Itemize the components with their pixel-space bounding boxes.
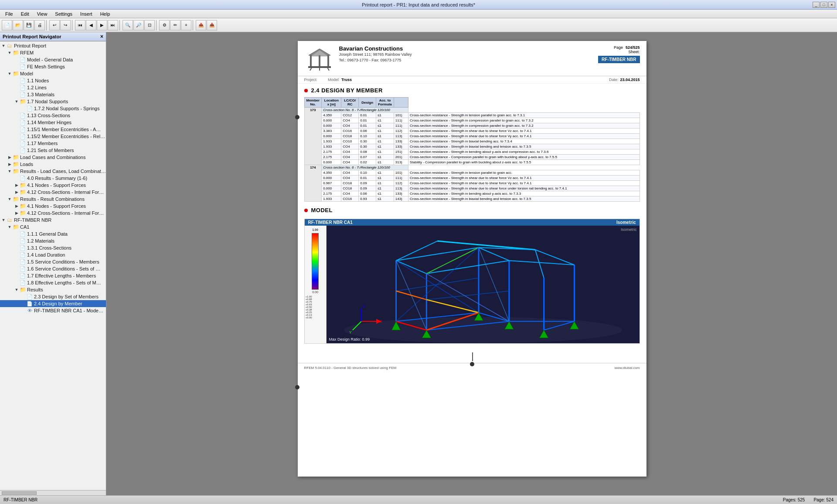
tree-toggle[interactable]: ▼ <box>14 287 19 292</box>
tree-item-ecc-abs[interactable]: 📄 1.15/1 Member Eccentricities - Absolu.… <box>0 126 106 133</box>
tree-toggle[interactable]: ▼ <box>7 196 12 202</box>
tree-item-ca1-results[interactable]: ▼ 📁 Results <box>0 286 106 293</box>
tree-item-results-nodes-lc[interactable]: ▶ 📁 4.1 Nodes - Support Forces <box>0 182 106 189</box>
tree-item-fe-mesh[interactable]: 📄 FE Mesh Settings <box>0 63 106 70</box>
toolbar-edit[interactable]: ✏ <box>170 20 180 30</box>
tree-item-rf-model-view[interactable]: 👁 RF-TIMBER NBR CA1 - Model, Isome... <box>0 307 106 314</box>
tree-toggle[interactable]: ▶ <box>14 183 19 188</box>
menu-settings[interactable]: Settings <box>51 10 76 17</box>
tree-item-results-summary[interactable]: 📄 4.0 Results - Summary (1-6) <box>0 175 106 182</box>
tree-item-results-lc[interactable]: ▼ 📁 Results - Load Cases, Load Combinati… <box>0 168 106 175</box>
tree-item-rc-nodes[interactable]: ▶ 📁 4.1 Nodes - Support Forces <box>0 203 106 210</box>
tree-label: Results - Load Cases, Load Combinations <box>20 169 106 174</box>
status-page: Page: 524 <box>813 497 834 502</box>
tree-container[interactable]: ▼ 🗂 Printout Report ▼ 📁 RFEM 📄 Model - G… <box>0 41 106 490</box>
tree-toggle[interactable]: ▶ <box>14 189 19 195</box>
tree-label-selected: 2.4 Design by Member <box>34 301 82 306</box>
tree-label: 1.2 Materials <box>27 238 54 244</box>
tree-item-ecc-rel[interactable]: 📄 1.15/2 Member Eccentricities - Relativ… <box>0 133 106 140</box>
toolbar-zoom-in[interactable]: 🔍 <box>122 20 133 30</box>
tree-item-cross-sections[interactable]: 📄 1.13 Cross-Sections <box>0 112 106 119</box>
toolbar-print[interactable]: 🖨 <box>34 20 45 30</box>
tree-item-member-hinges[interactable]: 📄 1.14 Member Hinges <box>0 119 106 126</box>
toolbar-undo[interactable]: ↩ <box>49 20 60 30</box>
tree-item-ca1-service-sets[interactable]: 📄 1.6 Service Conditions - Sets of Membe… <box>0 265 106 272</box>
tree-toggle[interactable]: ▼ <box>1 217 6 223</box>
tree-item-rfem[interactable]: ▼ 📁 RFEM <box>0 49 106 56</box>
menu-help[interactable]: Help <box>97 10 114 17</box>
tree-item-model-general[interactable]: 📄 Model - General Data <box>0 56 106 63</box>
tree-item-materials[interactable]: 📄 1.3 Materials <box>0 91 106 98</box>
toolbar-settings[interactable]: ⚙ <box>159 20 170 30</box>
tree-toggle[interactable]: ▶ <box>7 162 12 167</box>
table-row: 4.350 CO4 0.10 ≤1 101) Cross-section res… <box>304 170 640 176</box>
toolbar-fit[interactable]: ⊡ <box>144 20 155 30</box>
window-controls[interactable]: _ □ × <box>813 2 835 8</box>
toolbar-import[interactable]: 📥 <box>207 20 217 30</box>
tree-toggle[interactable]: ▼ <box>7 224 12 230</box>
toolbar-redo[interactable]: ↪ <box>60 20 71 30</box>
content-area[interactable]: Bavarian Constructions Joseph Street 111… <box>107 32 837 495</box>
navigator-title: Printout Report Navigator <box>3 34 61 39</box>
tree-item-design-member[interactable]: 📄 2.4 Design by Member <box>0 300 106 307</box>
minimize-button[interactable]: _ <box>813 2 820 8</box>
tree-toggle[interactable]: ▼ <box>1 43 6 48</box>
navigator-close-button[interactable]: × <box>100 34 103 40</box>
tree-item-nodal-supports[interactable]: ▼ 📁 1.7 Nodal Supports <box>0 98 106 105</box>
tree-toggle[interactable]: ▶ <box>14 210 19 216</box>
tree-label: 1.8 Effective Lengths - Sets of Members.… <box>27 280 101 285</box>
menu-insert[interactable]: Insert <box>77 10 96 17</box>
tree-item-ca1[interactable]: ▼ 📁 CA1 <box>0 223 106 230</box>
tree-item-results-comb[interactable]: ▼ 📁 Results - Result Combinations <box>0 196 106 203</box>
tree-item-sets-members[interactable]: 📄 1.21 Sets of Members <box>0 147 106 154</box>
toolbar-last[interactable]: ⏭ <box>108 20 118 30</box>
svg-text:X: X <box>379 319 382 324</box>
tree-item-rf-timber[interactable]: ▼ 🗂 RF-TIMBER NBR <box>0 216 106 223</box>
tree-item-ca1-service-members[interactable]: 📄 1.5 Service Conditions - Members <box>0 258 106 265</box>
toolbar-first[interactable]: ⏮ <box>75 20 85 30</box>
toolbar-prev[interactable]: ◀ <box>86 20 96 30</box>
tree-item-loads[interactable]: ▶ 📁 Loads <box>0 161 106 168</box>
tree-toggle[interactable]: ▼ <box>7 71 12 76</box>
tree-toggle[interactable]: ▼ <box>7 50 12 55</box>
tree-toggle[interactable]: ▶ <box>14 203 19 209</box>
toolbar-next[interactable]: ▶ <box>97 20 107 30</box>
tree-item-ca1-effective-sets[interactable]: 📄 1.8 Effective Lengths - Sets of Member… <box>0 279 106 286</box>
tree-item-ca1-materials[interactable]: 📄 1.2 Materials <box>0 237 106 244</box>
tree-item-rc-cross[interactable]: ▶ 📁 4.12 Cross-Sections - Internal Force… <box>0 210 106 216</box>
menu-view[interactable]: View <box>34 10 51 17</box>
tree-spacer <box>14 120 19 125</box>
tree-item-nodal-springs[interactable]: 📄 1.7.2 Nodal Supports - Springs <box>0 105 106 112</box>
menu-edit[interactable]: Edit <box>17 10 33 17</box>
company-name: Bavarian Constructions <box>339 45 469 52</box>
tree-item-members[interactable]: 📄 1.17 Members <box>0 140 106 147</box>
tree-toggle[interactable]: ▶ <box>7 155 12 160</box>
toolbar-add[interactable]: + <box>181 20 191 30</box>
toolbar-save[interactable]: 💾 <box>24 20 34 30</box>
close-button[interactable]: × <box>828 2 835 8</box>
toolbar-new[interactable]: 📄 <box>2 20 12 30</box>
tree-item-ca1-cross[interactable]: 📄 1.3.1 Cross-Sections <box>0 244 106 251</box>
tree-item-model[interactable]: ▼ 📁 Model <box>0 70 106 77</box>
tree-item-lines[interactable]: 📄 1.2 Lines <box>0 84 106 91</box>
tree-item-printout-report[interactable]: ▼ 🗂 Printout Report <box>0 42 106 49</box>
tree-label: 4.0 Results - Summary (1-6) <box>27 176 87 181</box>
menu-file[interactable]: File <box>2 10 17 17</box>
tree-label: 1.4 Load Duration <box>27 252 65 257</box>
toolbar-export[interactable]: 📤 <box>196 20 206 30</box>
tree-toggle[interactable]: ▼ <box>7 169 12 174</box>
tree-item-ca1-load-duration[interactable]: 📄 1.4 Load Duration <box>0 251 106 258</box>
tree-item-load-cases[interactable]: ▶ 📁 Load Cases and Combinations <box>0 154 106 161</box>
tree-item-ca1-general[interactable]: 📄 1.1.1 General Data <box>0 230 106 237</box>
tree-item-ca1-effective-members[interactable]: 📄 1.7 Effective Lengths - Members <box>0 272 106 279</box>
tree-item-design-set[interactable]: 📄 2.3 Design by Set of Members <box>0 293 106 300</box>
toolbar-zoom-out[interactable]: 🔎 <box>133 20 144 30</box>
tree-toggle[interactable]: ▼ <box>14 99 19 104</box>
tree-item-results-cross-lc[interactable]: ▶ 📁 4.12 Cross-Sections - Internal Force… <box>0 189 106 196</box>
status-bar: RF-TIMBER NBR Pages: 525 Page: 524 <box>0 495 837 504</box>
tree-label: 1.13 Cross-Sections <box>27 113 70 118</box>
tree-item-nodes[interactable]: 📄 1.1 Nodes <box>0 77 106 84</box>
navigator-scrollbar[interactable] <box>0 490 106 495</box>
restore-button[interactable]: □ <box>820 2 827 8</box>
toolbar-open[interactable]: 📂 <box>13 20 23 30</box>
